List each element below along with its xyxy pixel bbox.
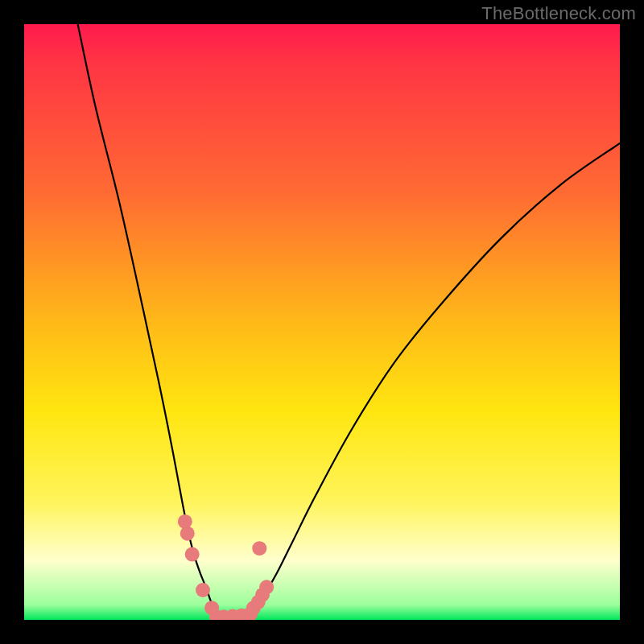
data-marker [252,541,266,555]
watermark-text: TheBottleneck.com [481,3,636,24]
bottleneck-curve [78,24,217,617]
chart-frame: TheBottleneck.com [0,0,644,644]
curve-layer [78,24,620,617]
data-marker [196,583,210,597]
marker-layer [178,514,274,620]
bottleneck-curve [250,143,620,617]
data-marker [185,547,200,562]
data-marker [178,514,192,529]
chart-svg [24,24,620,620]
plot-area [24,24,620,620]
data-marker [259,580,274,594]
data-marker [180,526,195,541]
